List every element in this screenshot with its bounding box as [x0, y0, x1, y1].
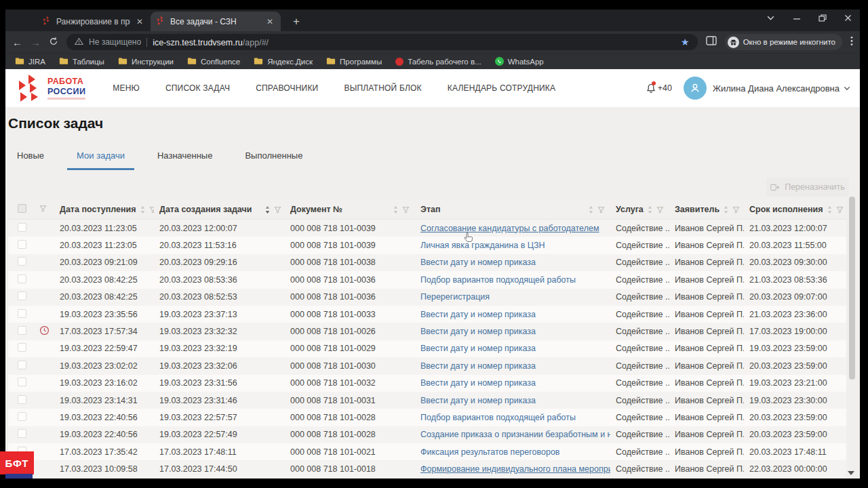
- row-checkbox[interactable]: [18, 326, 26, 335]
- side-panel-icon[interactable]: [706, 36, 717, 48]
- table-row[interactable]: 19.03.2023 23:16:02 19.03.2023 23:31:56 …: [8, 375, 846, 392]
- back-button[interactable]: ←: [12, 37, 22, 47]
- filter-icon[interactable]: [656, 206, 664, 214]
- table-row[interactable]: 17.03.2023 17:57:34 19.03.2023 23:32:32 …: [8, 323, 846, 340]
- notifications-button[interactable]: +40: [646, 83, 672, 94]
- stage-link[interactable]: Ввести дату и номер приказа: [420, 361, 536, 371]
- tab-new[interactable]: Новые: [17, 150, 44, 170]
- stage-link[interactable]: Личная явка гражданина в ЦЗН: [420, 241, 545, 250]
- table-row[interactable]: 19.03.2023 23:14:31 19.03.2023 23:31:46 …: [8, 392, 846, 409]
- column-header-received[interactable]: Дата поступления: [54, 205, 154, 214]
- sort-icon[interactable]: [723, 205, 729, 214]
- stage-link[interactable]: Формирование индивидуального плана мероп…: [420, 464, 610, 474]
- bookmark-programmy[interactable]: Программы: [326, 57, 382, 66]
- reassign-button[interactable]: Переназначить: [766, 178, 849, 197]
- filter-icon[interactable]: [732, 206, 740, 214]
- table-row[interactable]: 19.03.2023 23:02:02 19.03.2023 23:32:06 …: [8, 357, 846, 374]
- sort-icon-active[interactable]: [264, 205, 271, 214]
- stage-link[interactable]: Подбор вариантов подходящей работы: [420, 413, 576, 422]
- row-checkbox[interactable]: [18, 378, 26, 386]
- stage-link[interactable]: Перерегистрация: [420, 292, 490, 302]
- column-header-applicant[interactable]: Заявитель: [669, 205, 744, 214]
- row-checkbox[interactable]: [18, 309, 26, 318]
- table-row[interactable]: 19.03.2023 22:59:47 19.03.2023 23:32:19 …: [8, 340, 846, 357]
- sort-icon[interactable]: [588, 205, 594, 214]
- stage-link[interactable]: Ввести дату и номер приказа: [420, 396, 536, 405]
- table-row[interactable]: 17.03.2023 17:35:42 17.03.2023 17:48:11 …: [8, 443, 846, 460]
- user-avatar[interactable]: [684, 77, 707, 100]
- row-checkbox[interactable]: [18, 291, 26, 300]
- row-checkbox[interactable]: [18, 412, 26, 421]
- table-row[interactable]: 20.03.2023 08:42:25 20.03.2023 08:53:36 …: [8, 271, 846, 288]
- bookmark-star-icon[interactable]: ★: [681, 37, 690, 47]
- stage-link[interactable]: Ввести дату и номер приказа: [420, 310, 536, 319]
- stage-link[interactable]: Ввести дату и номер приказа: [420, 344, 536, 353]
- row-checkbox[interactable]: [18, 361, 26, 369]
- browser-tab-inactive[interactable]: Ранжирование в приоритетном ✕: [37, 12, 151, 31]
- table-row[interactable]: 20.03.2023 09:21:09 20.03.2023 09:29:16 …: [8, 254, 846, 271]
- nav-directories[interactable]: СПРАВОЧНИКИ: [256, 83, 318, 93]
- bookmark-tablicy[interactable]: Таблицы: [59, 57, 104, 66]
- bookmark-whatsapp[interactable]: WhatsApp: [495, 57, 544, 66]
- bookmark-yandex-disk[interactable]: Яндекс.Диск: [254, 57, 313, 66]
- tab-close-icon[interactable]: ✕: [265, 17, 275, 26]
- nav-menu[interactable]: МЕНЮ: [113, 83, 140, 93]
- bookmark-confluence[interactable]: Confluence: [187, 57, 240, 66]
- table-row[interactable]: 19.03.2023 23:35:56 19.03.2023 23:37:13 …: [8, 306, 846, 323]
- nav-employee-calendar[interactable]: КАЛЕНДАРЬ СОТРУДНИКА: [448, 83, 555, 93]
- row-checkbox[interactable]: [18, 240, 26, 249]
- stage-link[interactable]: Ввести дату и номер приказа: [420, 327, 536, 336]
- sort-icon[interactable]: [393, 205, 399, 214]
- column-header-stage[interactable]: Этап: [415, 205, 610, 214]
- table-row[interactable]: 19.03.2023 22:40:56 19.03.2023 22:57:49 …: [8, 426, 846, 443]
- tab-assigned[interactable]: Назначенные: [157, 150, 213, 170]
- row-checkbox[interactable]: [18, 343, 26, 352]
- window-restore-icon[interactable]: [818, 14, 827, 22]
- browser-menu-icon[interactable]: [850, 36, 853, 49]
- bookmark-jira[interactable]: JIRA: [15, 57, 45, 66]
- stage-link[interactable]: Согласование кандидатуры с работодателем: [420, 224, 599, 233]
- user-menu[interactable]: Жилина Диана Александровна: [713, 83, 850, 94]
- stage-link[interactable]: Фиксация результатов переговоров: [420, 447, 559, 457]
- filter-icon[interactable]: [597, 206, 605, 214]
- column-header-deadline[interactable]: Срок исполнения: [744, 205, 846, 214]
- address-bar[interactable]: Не защищено ice-szn.test.trudvsem.ru/app…: [66, 34, 698, 50]
- table-row[interactable]: 19.03.2023 22:40:56 19.03.2023 22:57:57 …: [8, 409, 846, 426]
- column-header-document[interactable]: Документ №: [285, 205, 415, 214]
- window-close-icon[interactable]: [844, 14, 852, 22]
- stage-link[interactable]: Создание приказа о признании безработным…: [420, 430, 610, 439]
- filter-icon[interactable]: [274, 206, 281, 214]
- stage-link[interactable]: Ввести дату и номер приказа: [420, 378, 536, 388]
- browser-tab-active[interactable]: Все задачи - СЗН ✕: [151, 12, 281, 31]
- new-tab-button[interactable]: +: [289, 15, 304, 31]
- nav-task-list[interactable]: СПИСОК ЗАДАЧ: [165, 83, 230, 93]
- row-checkbox[interactable]: [18, 429, 26, 438]
- row-checkbox[interactable]: [18, 274, 26, 283]
- table-row[interactable]: 17.03.2023 10:09:58 17.03.2023 17:44:50 …: [8, 460, 846, 477]
- select-all-checkbox[interactable]: [18, 204, 26, 213]
- stage-link[interactable]: Подбор вариантов подходящей работы: [420, 275, 576, 285]
- window-chevron-icon[interactable]: [766, 15, 775, 21]
- stage-link[interactable]: Ввести дату и номер приказа: [420, 258, 536, 267]
- filter-icon[interactable]: [39, 205, 47, 212]
- reload-button[interactable]: [49, 37, 58, 47]
- forward-button[interactable]: →: [31, 37, 41, 47]
- sort-icon[interactable]: [647, 205, 653, 214]
- row-checkbox[interactable]: [18, 223, 26, 232]
- table-row[interactable]: 20.03.2023 08:42:25 20.03.2023 08:52:53 …: [8, 289, 846, 306]
- row-checkbox[interactable]: [18, 257, 26, 266]
- table-row[interactable]: 20.03.2023 11:23:05 20.03.2023 11:53:16 …: [8, 237, 846, 253]
- rabota-rossii-logo[interactable]: РАБОТА РОССИИ: [18, 75, 85, 102]
- scrollbar-down-arrow[interactable]: [848, 471, 854, 475]
- nav-payment-block[interactable]: ВЫПЛАТНОЙ БЛОК: [344, 83, 421, 93]
- tab-close-icon[interactable]: ✕: [135, 17, 144, 26]
- window-minimize-icon[interactable]: [793, 15, 801, 22]
- scrollbar-thumb[interactable]: [849, 197, 855, 380]
- column-header-created[interactable]: Дата создания задачи: [154, 205, 285, 214]
- table-row[interactable]: 20.03.2023 11:23:05 20.03.2023 12:00:07 …: [8, 220, 846, 237]
- column-header-service[interactable]: Услуга: [610, 205, 669, 214]
- tab-completed[interactable]: Выполненные: [245, 150, 302, 170]
- sort-icon[interactable]: [140, 205, 146, 214]
- bookmark-tabel[interactable]: Табель рабочего в...: [395, 58, 481, 66]
- row-checkbox[interactable]: [18, 395, 26, 404]
